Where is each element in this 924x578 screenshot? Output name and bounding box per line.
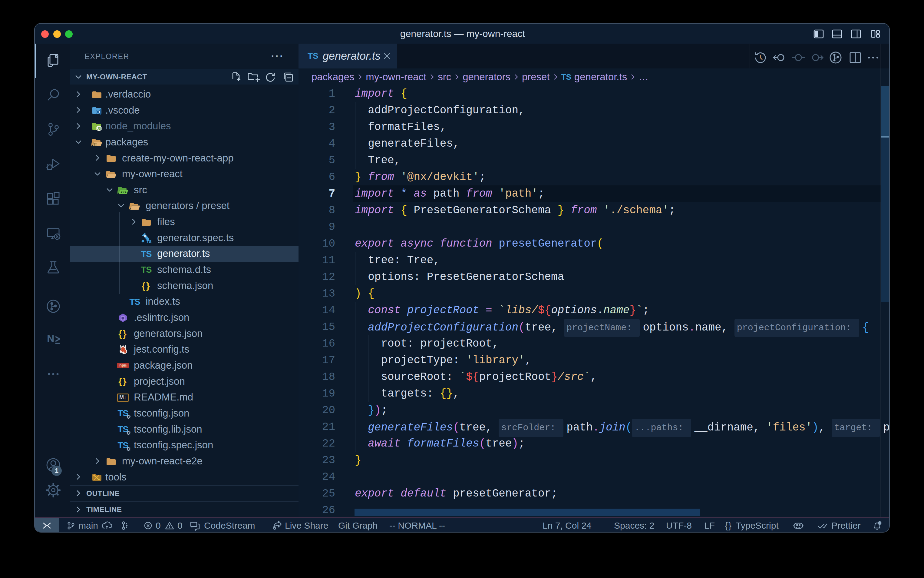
svg-text:N: N [47,333,55,344]
svg-text:TS: TS [147,239,152,243]
svg-text:</>: </> [120,190,126,194]
svg-text:JS: JS [97,127,101,130]
